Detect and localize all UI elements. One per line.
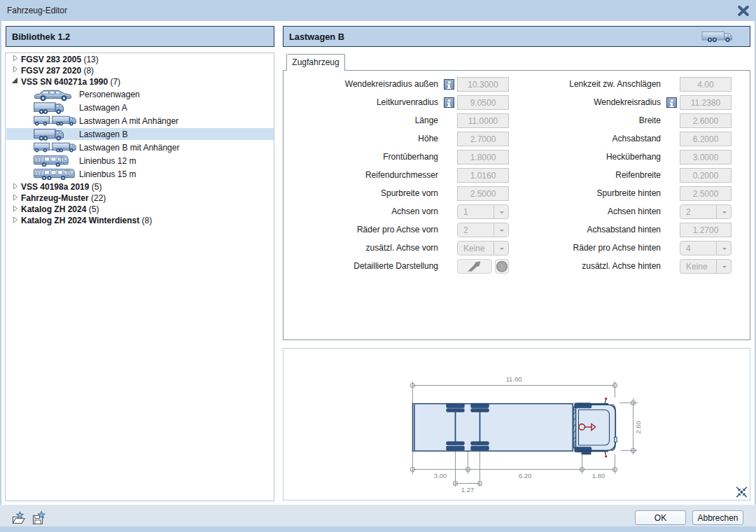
- svg-text:6.20: 6.20: [519, 472, 532, 479]
- svg-text:1.80: 1.80: [592, 472, 606, 479]
- svg-text:3.00: 3.00: [434, 472, 447, 479]
- svg-text:1.27: 1.27: [461, 486, 475, 493]
- svg-text:11.00: 11.00: [505, 375, 522, 383]
- svg-text:2.60: 2.60: [634, 421, 642, 434]
